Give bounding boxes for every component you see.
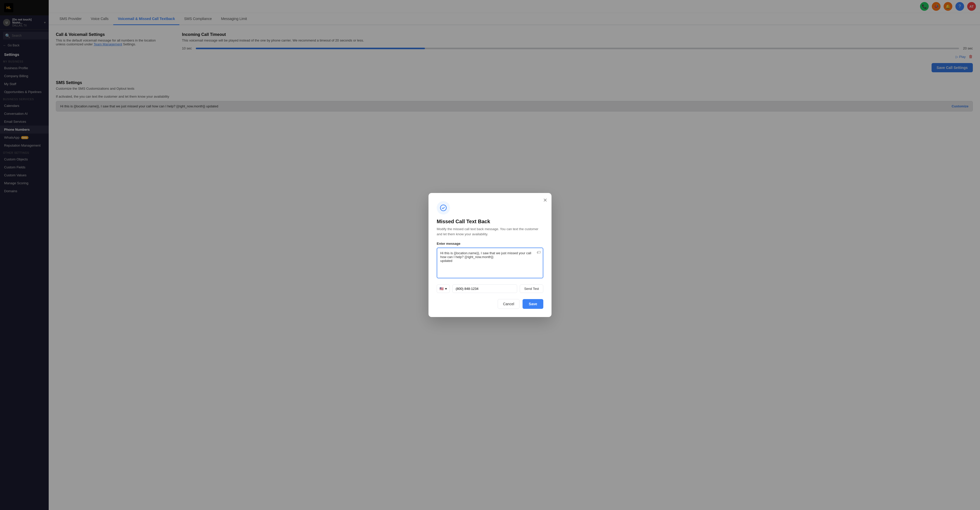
phone-row: 🇺🇸 ▾ Send Test (437, 284, 543, 293)
save-button[interactable]: Save (523, 299, 543, 309)
tag-icon[interactable]: 🏷 (537, 250, 541, 255)
message-textarea[interactable]: Hi this is {{location.name}}, I saw that… (437, 248, 543, 278)
send-test-button[interactable]: Send Test (520, 284, 543, 293)
enter-message-label: Enter message (437, 241, 543, 246)
textarea-wrap: Hi this is {{location.name}}, I saw that… (437, 248, 543, 280)
cancel-button[interactable]: Cancel (498, 299, 520, 309)
phone-number-input[interactable] (452, 284, 517, 293)
flag-icon: 🇺🇸 (439, 287, 444, 291)
modal-desc: Modify the missed call text back message… (437, 227, 543, 237)
modal-icon-wrap (437, 201, 450, 214)
modal-overlay[interactable]: ✕ Missed Call Text Back Modify the misse… (0, 0, 980, 510)
phone-country-select[interactable]: 🇺🇸 ▾ (437, 284, 450, 293)
modal-close-button[interactable]: ✕ (543, 197, 547, 203)
missed-call-modal: ✕ Missed Call Text Back Modify the misse… (428, 193, 552, 317)
modal-footer: Cancel Save (437, 299, 543, 309)
check-circle-icon (440, 204, 447, 211)
svg-point-0 (440, 205, 446, 211)
chevron-down-icon: ▾ (445, 287, 447, 291)
modal-title: Missed Call Text Back (437, 219, 543, 224)
